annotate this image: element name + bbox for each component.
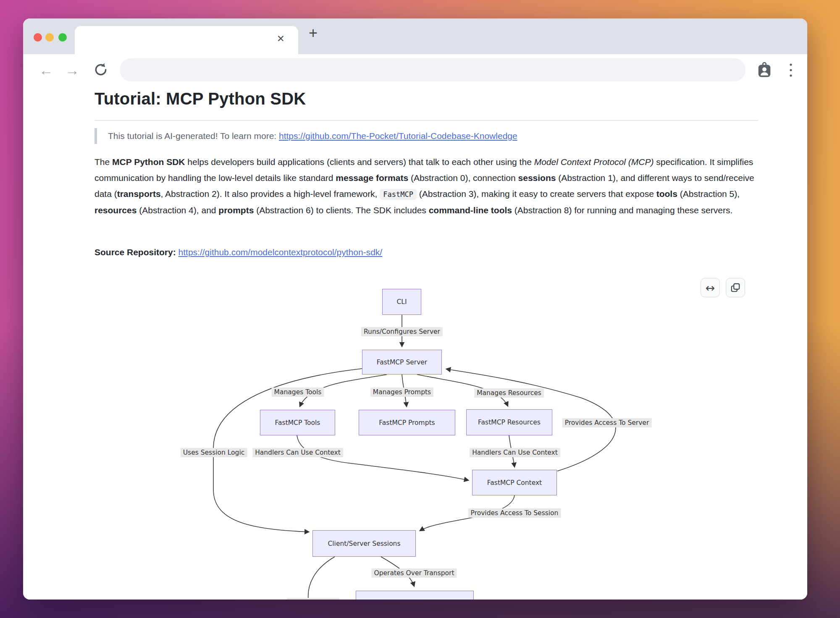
source-label: Source Repository: xyxy=(94,247,178,257)
edge-label-handlers-can-use-context-right: Handlers Can Use Context xyxy=(470,448,560,457)
profile-icon[interactable] xyxy=(756,62,772,80)
edge-label-manages-tools: Manages Tools xyxy=(272,388,324,397)
architecture-diagram: CLI FastMCP Server FastMCP Tools FastMCP… xyxy=(23,273,807,600)
reload-icon[interactable] xyxy=(92,61,110,82)
tab-strip: ✕ + xyxy=(23,18,807,54)
edge-label-runs-configures-server: Runs/Configures Server xyxy=(361,327,443,336)
desktop-background: ✕ + ← → xyxy=(0,0,840,618)
new-tab-button[interactable]: + xyxy=(309,24,318,42)
node-fastmcp-context: FastMCP Context xyxy=(472,470,557,495)
address-bar-input[interactable] xyxy=(120,58,746,81)
minimize-window-button[interactable] xyxy=(45,33,54,42)
browser-toolbar: ← → xyxy=(23,54,807,86)
source-link[interactable]: https://github.com/modelcontextprotocol/… xyxy=(178,247,383,257)
three-dot-menu-icon[interactable] xyxy=(786,60,796,81)
node-fastmcp-server: FastMCP Server xyxy=(362,350,442,374)
expand-icon: ↔ xyxy=(706,281,715,294)
browser-window: ✕ + ← → xyxy=(23,18,807,600)
node-transport xyxy=(356,591,474,600)
node-cli: CLI xyxy=(382,289,421,315)
page-content: Tutorial: MCP Python SDK This tutorial i… xyxy=(23,86,807,600)
page-title: Tutorial: MCP Python SDK xyxy=(94,89,758,121)
note-link[interactable]: https://github.com/The-Pocket/Tutorial-C… xyxy=(279,131,517,141)
maximize-window-button[interactable] xyxy=(58,33,67,42)
back-arrow-icon[interactable]: ← xyxy=(37,61,55,79)
edge-label-provides-access-to-session: Provides Access To Session xyxy=(468,508,561,518)
blockquote-note: This tutorial is AI-generated! To learn … xyxy=(94,128,750,144)
node-fastmcp-prompts: FastMCP Prompts xyxy=(359,410,455,435)
edge-label-manages-prompts: Manages Prompts xyxy=(370,388,433,397)
close-window-button[interactable] xyxy=(34,33,42,42)
expand-diagram-button[interactable]: ↔ xyxy=(701,278,720,297)
edge-label-handlers-can-use-context-left: Handlers Can Use Context xyxy=(252,448,343,457)
intro-paragraph: The MCP Python SDK helps developers buil… xyxy=(94,154,760,218)
note-text: This tutorial is AI-generated! To learn … xyxy=(108,131,279,141)
browser-tab[interactable]: ✕ xyxy=(75,26,298,54)
node-fastmcp-tools: FastMCP Tools xyxy=(260,410,335,435)
copy-icon xyxy=(730,282,741,293)
edge-label-provides-access-to-server: Provides Access To Server xyxy=(562,418,652,427)
edge-label-cutoff xyxy=(287,598,339,600)
forward-arrow-icon[interactable]: → xyxy=(63,61,81,79)
source-repository-line: Source Repository: https://github.com/mo… xyxy=(94,247,382,257)
edge-label-manages-resources: Manages Resources xyxy=(474,388,544,398)
copy-diagram-button[interactable] xyxy=(726,278,745,297)
node-fastmcp-resources: FastMCP Resources xyxy=(466,409,552,435)
node-client-server-sessions: Client/Server Sessions xyxy=(312,530,416,557)
edge-label-uses-session-logic: Uses Session Logic xyxy=(181,448,247,457)
tab-close-icon[interactable]: ✕ xyxy=(277,33,285,45)
edge-label-operates-over-transport: Operates Over Transport xyxy=(371,568,457,578)
